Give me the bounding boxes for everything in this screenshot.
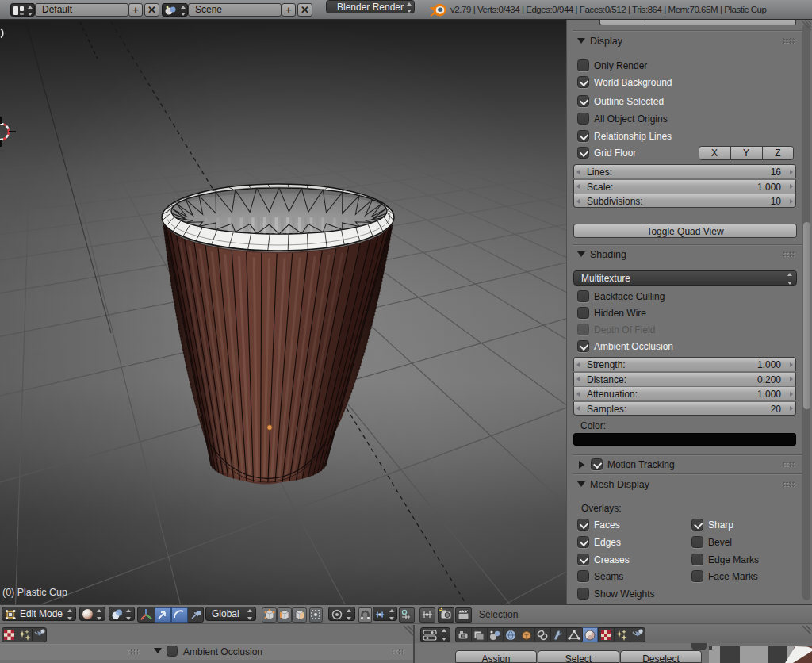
svg-text:(0) Plastic Cup: (0) Plastic Cup <box>2 587 67 598</box>
